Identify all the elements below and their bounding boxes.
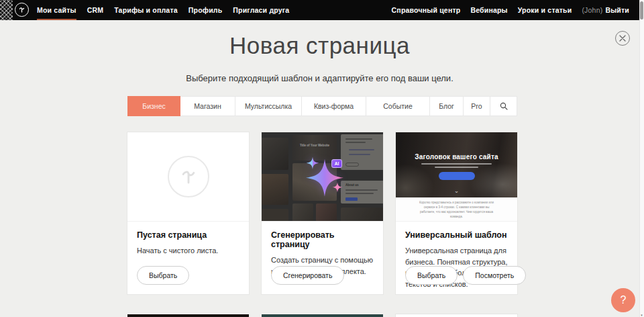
scrollbar-down-arrow[interactable]: ▾ — [639, 313, 644, 317]
card-description: Начать с чистого листа. — [137, 245, 239, 257]
tab-search[interactable] — [490, 96, 517, 116]
tab-event[interactable]: Событие — [366, 96, 430, 116]
tilda-logo-icon — [17, 5, 26, 14]
close-button[interactable] — [615, 31, 630, 46]
close-icon — [619, 35, 626, 42]
card-blank-page: Пустая страница Начать с чистого листа. … — [127, 132, 249, 294]
ai-sparkle-icon — [282, 138, 363, 212]
logout-link[interactable]: Выйти — [605, 0, 629, 20]
tilda-watermark-icon — [177, 165, 200, 188]
menu-profile[interactable]: Профиль — [189, 0, 223, 20]
template-body-text: Коротко представьтесь и расскажите о ком… — [419, 200, 494, 220]
choose-template-button[interactable]: Выбрать — [405, 266, 458, 285]
card-actions: Выбрать Посмотреть — [405, 266, 526, 285]
page-subtitle: Выберите подходящий шаблон и адаптируйте… — [0, 73, 639, 83]
tab-shop[interactable]: Магазин — [180, 96, 235, 116]
card-title: Сгенерировать страницу — [271, 230, 374, 249]
view-template-button[interactable]: Посмотреть — [463, 266, 526, 285]
template-category-tabs: Бизнес Магазин Мультиссылка Квиз-форма С… — [127, 96, 517, 116]
template-body-section: Коротко представьтесь и расскажите о ком… — [396, 197, 517, 222]
tab-pro[interactable]: Pro — [464, 96, 490, 116]
menu-webinars[interactable]: Вебинары — [470, 0, 507, 20]
help-button[interactable]: ? — [611, 288, 635, 312]
next-card-preview — [127, 314, 249, 317]
card-actions: Выбрать — [137, 266, 189, 285]
choose-blank-button[interactable]: Выбрать — [137, 266, 189, 285]
search-icon — [500, 102, 508, 110]
topbar-left-menu: Мои сайты CRM Тарифы и оплата Профиль Пр… — [37, 0, 289, 20]
tab-business[interactable]: Бизнес — [127, 96, 180, 116]
card-universal-template: Заголовок вашего сайта ⌄ Коротко предста… — [396, 132, 517, 294]
card-actions: Сгенерировать — [271, 266, 344, 285]
template-hero-title: Заголовок вашего сайта — [396, 153, 517, 161]
card-title: Универсальный шаблон — [405, 230, 508, 240]
page-scrollbar[interactable]: ▾ — [639, 0, 644, 317]
next-cards-row-partial — [127, 314, 517, 317]
topbar-right-menu: Справочный центр Вебинары Уроки и статьи… — [392, 0, 629, 20]
page-title: Новая страница — [0, 32, 639, 59]
menu-plans-payment[interactable]: Тарифы и оплата — [114, 0, 178, 20]
tilda-watermark-circle — [168, 156, 209, 197]
next-card-preview — [262, 314, 383, 317]
blank-page-preview — [127, 132, 249, 222]
menu-lessons-articles[interactable]: Уроки и статьи — [518, 0, 572, 20]
tab-multilink[interactable]: Мультиссылка — [235, 96, 302, 116]
tilda-logo[interactable] — [15, 3, 29, 17]
template-hero-subtitle-bar — [421, 163, 492, 165]
menu-my-sites[interactable]: Мои сайты — [37, 0, 76, 20]
card-title: Пустая страница — [137, 230, 239, 240]
menu-help-center[interactable]: Справочный центр — [392, 0, 461, 20]
generate-button[interactable]: Сгенерировать — [271, 266, 344, 285]
template-hero-cta-button — [439, 172, 475, 180]
menu-crm[interactable]: CRM — [87, 0, 104, 20]
ai-generate-preview: Title of Your Website About us — [262, 132, 383, 222]
next-card-preview — [396, 314, 517, 317]
topbar: Мои сайты CRM Тарифы и оплата Профиль Пр… — [0, 0, 639, 20]
chevron-down-icon: ⌄ — [396, 187, 517, 194]
menu-invite-friend[interactable]: Пригласи друга — [233, 0, 289, 20]
universal-template-preview: Заголовок вашего сайта ⌄ Коротко предста… — [396, 132, 517, 222]
tab-quiz-form[interactable]: Квиз-форма — [302, 96, 366, 116]
topbar-pattern-decoration — [0, 0, 13, 20]
template-cards-row: Пустая страница Начать с чистого листа. … — [127, 132, 517, 294]
blank-page-info: Пустая страница Начать с чистого листа. — [127, 222, 249, 257]
ai-badge: AI — [331, 159, 342, 168]
username-label: (John) — [582, 0, 602, 20]
tab-blog[interactable]: Блог — [430, 96, 464, 116]
card-ai-generate: Title of Your Website About us — [262, 132, 383, 294]
template-hero-subtitle-bar — [435, 167, 478, 168]
scrollbar-thumb[interactable] — [640, 1, 643, 19]
